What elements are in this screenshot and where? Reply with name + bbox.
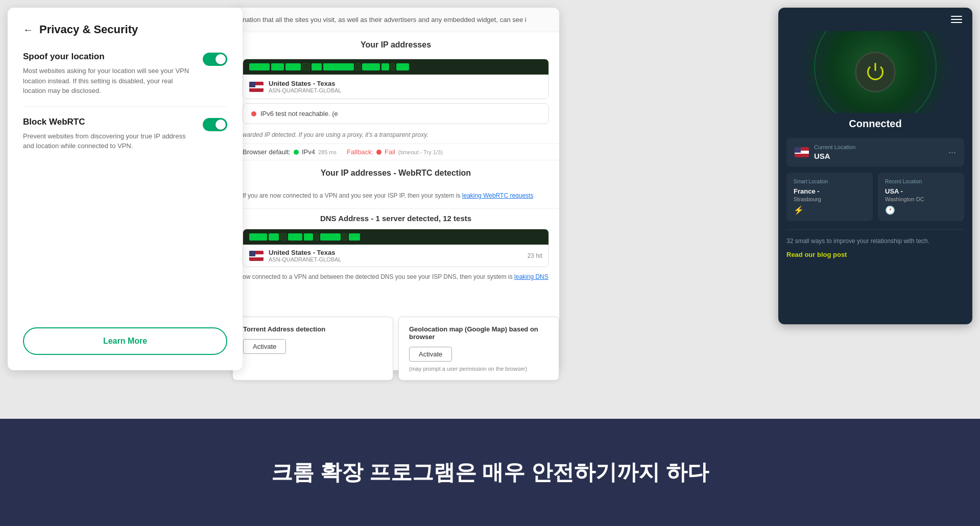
- ip-location-info: United States - Texas ASN-QUADRANET-GLOB…: [269, 80, 341, 93]
- bar-block-7: [355, 63, 361, 70]
- dns-bar-6: [315, 233, 319, 241]
- geo-card-note: (may prompt a user permission on the bro…: [409, 366, 548, 372]
- ip-bar-blocks: [249, 63, 542, 70]
- browser-default-label: Browser default:: [243, 148, 291, 156]
- banner-text: 크롬 확장 프로그램은 매우 안전하기까지 하다: [271, 458, 708, 487]
- current-location-flag: [795, 147, 809, 157]
- top-description-text: nation that all the sites you visit, as …: [232, 8, 559, 32]
- fallback-status: Fallback: Fail (timeout - Try 1/3): [347, 148, 443, 156]
- webrtc-info-section: If you are now connected to a VPN and yo…: [232, 183, 559, 208]
- bar-block-8: [362, 63, 380, 70]
- webrtc-section-title: Your IP addresses - WebRTC detection: [232, 160, 559, 183]
- us-ip-card: United States - Texas ASN-QUADRANET-GLOB…: [243, 59, 549, 99]
- ipv4-ms: 285 ms: [318, 149, 337, 155]
- bar-block-1: [249, 63, 270, 70]
- recent-location-label: Recent Location: [885, 179, 957, 184]
- dns-bar-5: [304, 233, 313, 241]
- dns-bar-visual: [243, 229, 548, 245]
- dns-bar-7: [320, 233, 341, 241]
- torrent-detection-card: Torrent Address detection Activate: [232, 317, 393, 380]
- power-line: [875, 63, 876, 71]
- smart-location-name: France -: [794, 187, 866, 195]
- spoof-location-label: Spoof your location: [23, 52, 193, 62]
- dns-bar-3: [280, 233, 286, 241]
- fallback-dot: [376, 150, 381, 155]
- torrent-activate-button[interactable]: Activate: [243, 339, 286, 354]
- hamburger-line-3: [951, 22, 962, 23]
- bar-block-5: [312, 63, 322, 70]
- back-button[interactable]: ←: [23, 24, 33, 36]
- dns-section-title: DNS Address - 1 server detected, 12 test…: [232, 208, 559, 227]
- bar-block-6: [323, 63, 354, 70]
- ip-location-text: United States - Texas: [269, 80, 341, 87]
- clock-icon: 🕐: [885, 205, 957, 215]
- promo-section: 32 small ways to improve your relationsh…: [786, 229, 964, 266]
- fallback-label: Fallback:: [347, 148, 373, 156]
- spoof-location-toggle[interactable]: [203, 53, 227, 66]
- lightning-icon: ⚡: [794, 205, 866, 215]
- smart-location-label: Smart Location: [794, 179, 866, 184]
- geo-activate-button[interactable]: Activate: [409, 347, 452, 362]
- ip-test-panel: nation that all the sites you visit, as …: [232, 8, 559, 370]
- bar-block-9: [381, 63, 389, 70]
- dns-bar-2: [269, 233, 279, 241]
- hamburger-menu-icon[interactable]: [951, 16, 962, 23]
- dns-leak-text: ow connected to a VPN and between the de…: [232, 269, 559, 284]
- current-location-row: Current Location USA ···: [786, 138, 964, 166]
- dns-bar-1: [249, 233, 267, 241]
- location-dots-menu[interactable]: ···: [948, 147, 956, 158]
- spoof-location-desc: Most websites asking for your location w…: [23, 66, 193, 96]
- block-webrtc-toggle[interactable]: [203, 118, 227, 131]
- torrent-card-title: Torrent Address detection: [243, 325, 383, 333]
- block-webrtc-info: Block WebRTC Prevent websites from disco…: [23, 117, 203, 151]
- vpn-header: [778, 8, 972, 31]
- ipv4-label: IPv4: [302, 148, 315, 156]
- dns-asn-text: ASN-QUADRANET-GLOBAL: [269, 256, 341, 262]
- read-blog-link[interactable]: Read our blog post: [786, 251, 964, 258]
- location-cards-row: Smart Location France - Strasbourg ⚡ Rec…: [786, 173, 964, 221]
- recent-location-sub: Washington DC: [885, 196, 957, 202]
- learn-more-button[interactable]: Learn More: [23, 327, 227, 355]
- ip-asn-text: ASN-QUADRANET-GLOBAL: [269, 87, 341, 93]
- lightning-symbol: ⚡: [794, 206, 804, 214]
- current-location-label: Current Location: [814, 144, 943, 150]
- ipv6-status-text: IPv6 test not reachable. (e: [260, 110, 338, 117]
- geo-card-title: Geolocation map (Google Map) based on br…: [409, 325, 548, 341]
- bar-block-10: [391, 63, 395, 70]
- vpn-power-button[interactable]: [855, 52, 896, 92]
- spoof-location-setting: Spoof your location Most websites asking…: [23, 52, 227, 96]
- hamburger-line-2: [951, 19, 962, 20]
- ip-bar-visual: [243, 59, 548, 75]
- browser-default-status: Browser default: IPv4 285 ms: [243, 148, 337, 156]
- dns-bar-9: [349, 233, 360, 241]
- bar-block-4: [302, 63, 310, 70]
- recent-location-name: USA -: [885, 187, 957, 195]
- bar-block-3: [285, 63, 301, 70]
- ipv6-status-box: IPv6 test not reachable. (e: [243, 103, 549, 124]
- us-flag-icon: [249, 82, 264, 92]
- bottom-banner: 크롬 확장 프로그램은 매우 안전하기까지 하다: [0, 419, 980, 526]
- dns-leak-link[interactable]: leaking DNS: [514, 273, 548, 280]
- dns-card: United States - Texas ASN-QUADRANET-GLOB…: [243, 229, 549, 267]
- ip-info-row: United States - Texas ASN-QUADRANET-GLOB…: [243, 75, 548, 99]
- bottom-detection-cards: Torrent Address detection Activate Geolo…: [232, 317, 559, 380]
- clock-symbol: 🕐: [885, 206, 895, 214]
- spoof-location-info: Spoof your location Most websites asking…: [23, 52, 203, 96]
- dns-us-flag: [249, 251, 264, 261]
- ip-addresses-title: Your IP addresses: [232, 32, 559, 55]
- dns-info-row: United States - Texas ASN-QUADRANET-GLOB…: [243, 245, 548, 267]
- recent-location-card[interactable]: Recent Location USA - Washington DC 🕐: [878, 173, 964, 221]
- connected-status-text: Connected: [778, 113, 972, 138]
- promo-text: 32 small ways to improve your relationsh…: [786, 237, 964, 246]
- panel-title: Privacy & Security: [39, 23, 138, 36]
- dns-bar-4: [288, 233, 302, 241]
- geo-detection-card: Geolocation map (Google Map) based on br…: [398, 317, 559, 380]
- block-webrtc-desc: Prevent websites from discovering your t…: [23, 131, 193, 151]
- dns-leak-prefix: ow connected to a VPN and between the de…: [243, 273, 514, 280]
- webrtc-leak-link[interactable]: leaking WebRTC requests: [462, 192, 534, 199]
- panel-header: ← Privacy & Security: [23, 23, 227, 36]
- vpn-visual-area: [778, 31, 972, 113]
- smart-location-card[interactable]: Smart Location France - Strasbourg ⚡: [786, 173, 873, 221]
- webrtc-info-text: If you are now connected to a VPN and yo…: [243, 187, 549, 204]
- dns-location-text: United States - Texas: [269, 249, 341, 256]
